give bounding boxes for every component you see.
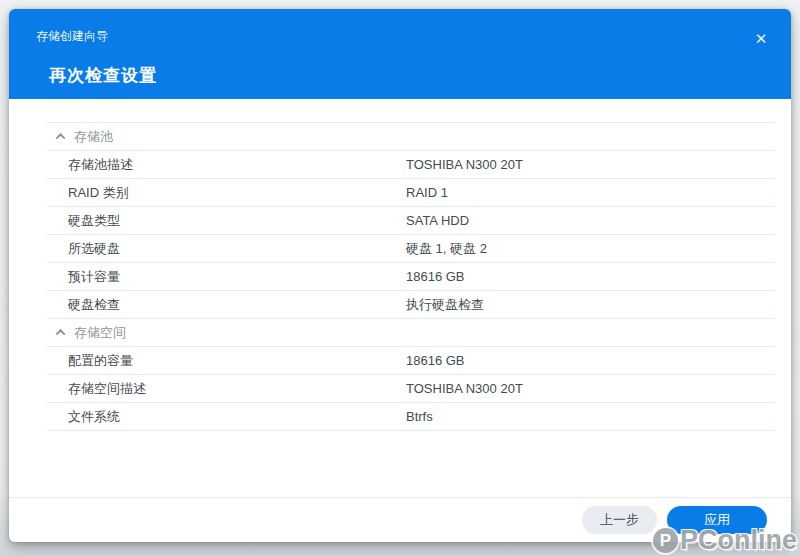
back-button[interactable]: 上一步 — [582, 506, 657, 534]
summary-row: 硬盘类型SATA HDD — [47, 207, 775, 235]
row-value: 18616 GB — [406, 269, 465, 284]
row-label: 存储池描述 — [47, 156, 133, 174]
row-label: 文件系统 — [47, 408, 120, 426]
summary-row: 文件系统Btrfs — [47, 403, 775, 431]
summary-row: 所选硬盘硬盘 1, 硬盘 2 — [47, 235, 775, 263]
row-value: 硬盘 1, 硬盘 2 — [406, 240, 487, 258]
row-label: 硬盘检查 — [47, 296, 120, 314]
row-label: 存储空间描述 — [47, 380, 146, 398]
row-value: TOSHIBA N300 20T — [406, 381, 523, 396]
step-title: 再次检查设置 — [49, 64, 157, 87]
summary-row: 硬盘检查执行硬盘检查 — [47, 291, 775, 319]
summary-row: 配置的容量18616 GB — [47, 347, 775, 375]
row-label: 配置的容量 — [47, 352, 133, 370]
row-value: SATA HDD — [406, 213, 469, 228]
row-value: RAID 1 — [406, 185, 448, 200]
dialog-footer: 上一步 应用 — [9, 497, 791, 542]
row-value: 执行硬盘检查 — [406, 296, 484, 314]
close-icon[interactable]: ✕ — [748, 26, 774, 52]
chevron-up-icon — [56, 329, 66, 339]
row-value: Btrfs — [406, 409, 433, 424]
row-value: 18616 GB — [406, 353, 465, 368]
chevron-up-icon — [56, 133, 66, 143]
section-title: 存储空间 — [74, 324, 126, 342]
row-label: RAID 类别 — [47, 184, 129, 202]
dialog-header: 存储创建向导 再次检查设置 ✕ — [9, 9, 791, 99]
apply-button[interactable]: 应用 — [667, 506, 767, 534]
row-label: 所选硬盘 — [47, 240, 120, 258]
summary-row: 存储池描述TOSHIBA N300 20T — [47, 151, 775, 179]
summary-row: 预计容量18616 GB — [47, 263, 775, 291]
row-label: 预计容量 — [47, 268, 120, 286]
row-value: TOSHIBA N300 20T — [406, 157, 523, 172]
settings-summary-list: 存储池存储池描述TOSHIBA N300 20TRAID 类别RAID 1硬盘类… — [47, 122, 775, 431]
summary-row: 存储空间描述TOSHIBA N300 20T — [47, 375, 775, 403]
section-header[interactable]: 存储空间 — [47, 319, 775, 347]
storage-wizard-dialog: 存储创建向导 再次检查设置 ✕ 存储池存储池描述TOSHIBA N300 20T… — [9, 9, 791, 542]
section-title: 存储池 — [74, 128, 113, 146]
summary-row: RAID 类别RAID 1 — [47, 179, 775, 207]
section-header[interactable]: 存储池 — [47, 123, 775, 151]
row-label: 硬盘类型 — [47, 212, 120, 230]
wizard-title: 存储创建向导 — [36, 28, 108, 45]
